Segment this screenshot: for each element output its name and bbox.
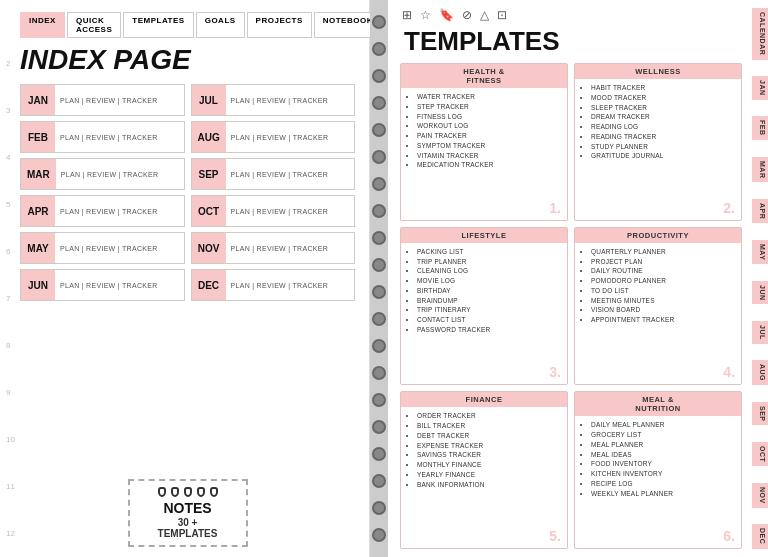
tab-templates[interactable]: TEMPLATES [123, 12, 193, 38]
month-jun-text: PLAN | REVIEW | TRACKER [55, 282, 163, 289]
side-tab-sep[interactable]: SEP [752, 402, 768, 426]
spiral-ring [372, 285, 386, 299]
spiral-ring [372, 231, 386, 245]
index-page-title: INDEX PAGE [20, 46, 355, 74]
card-health-fitness-items: WATER TRACKER STEP TRACKER FITNESS LOG W… [407, 92, 561, 170]
side-tab-oct[interactable]: OCT [752, 442, 768, 466]
notes-templates: TEMPLATES [140, 528, 236, 539]
month-sep-label: SEP [192, 159, 226, 189]
card-meal-nutrition-items: DAILY MEAL PLANNER GROCERY LIST MEAL PLA… [581, 420, 735, 498]
notes-title: NOTES [140, 500, 236, 517]
month-aug-text: PLAN | REVIEW | TRACKER [226, 134, 334, 141]
month-apr[interactable]: APR PLAN | REVIEW | TRACKER [20, 195, 185, 227]
side-tab-apr[interactable]: APR [752, 199, 768, 223]
spiral-ring [372, 96, 386, 110]
icon-3: 🔖 [439, 8, 454, 22]
spiral-ring [372, 15, 386, 29]
top-nav: INDEX QUICK ACCESS TEMPLATES GOALS PROJE… [20, 12, 355, 38]
card-meal-nutrition: MEAL &NUTRITION DAILY MEAL PLANNER GROCE… [574, 391, 742, 549]
spiral-ring [372, 339, 386, 353]
icon-4: ⊘ [462, 8, 472, 22]
month-feb-label: FEB [21, 122, 55, 152]
side-tab-feb[interactable]: FEB [752, 116, 768, 140]
month-dec[interactable]: DEC PLAN | REVIEW | TRACKER [191, 269, 356, 301]
side-tab-aug[interactable]: AUG [752, 360, 768, 385]
month-row-6: JUN PLAN | REVIEW | TRACKER DEC PLAN | R… [20, 269, 355, 301]
side-tab-jan[interactable]: JAN [752, 76, 768, 100]
spiral-ring [372, 42, 386, 56]
side-tab-calendar[interactable]: CALENDAR [752, 8, 768, 59]
month-row-2: FEB PLAN | REVIEW | TRACKER AUG PLAN | R… [20, 121, 355, 153]
spiral-ring [372, 312, 386, 326]
month-mar-label: MAR [21, 159, 56, 189]
tab-projects[interactable]: PROJECTS [247, 12, 312, 38]
card-finance-header: FINANCE [401, 392, 567, 407]
month-jun[interactable]: JUN PLAN | REVIEW | TRACKER [20, 269, 185, 301]
spiral-ring [372, 528, 386, 542]
card-productivity-header: PRODUCTIVITY [575, 228, 741, 243]
spiral-ring [372, 393, 386, 407]
side-tab-jun[interactable]: JUN [752, 281, 768, 305]
month-row-5: MAY PLAN | REVIEW | TRACKER NOV PLAN | R… [20, 232, 355, 264]
ring-1 [158, 487, 166, 497]
card-meal-nutrition-header: MEAL &NUTRITION [575, 392, 741, 416]
card-productivity-items: QUARTERLY PLANNER PROJECT PLAN DAILY ROU… [581, 247, 735, 325]
notes-section: NOTES 30 + TEMPLATES [20, 479, 355, 547]
card-wellness: WELLNESS HABIT TRACKER MOOD TRACKER SLEE… [574, 63, 742, 221]
tab-index[interactable]: INDEX [20, 12, 65, 38]
month-nov[interactable]: NOV PLAN | REVIEW | TRACKER [191, 232, 356, 264]
month-aug-label: AUG [192, 122, 226, 152]
month-mar-text: PLAN | REVIEW | TRACKER [56, 171, 164, 178]
card-4-number: 4. [723, 364, 735, 380]
templates-title: TEMPLATES [400, 26, 760, 57]
card-lifestyle-header: LIFESTYLE [401, 228, 567, 243]
spiral-ring [372, 150, 386, 164]
side-tab-nov[interactable]: NOV [752, 483, 768, 508]
spiral-ring [372, 474, 386, 488]
spiral-ring [372, 177, 386, 191]
ring-3 [184, 487, 192, 497]
icon-5: △ [480, 8, 489, 22]
spiral-ring [372, 123, 386, 137]
month-jan-label: JAN [21, 85, 55, 115]
month-may[interactable]: MAY PLAN | REVIEW | TRACKER [20, 232, 185, 264]
side-tab-mar[interactable]: MAR [752, 157, 768, 182]
month-aug[interactable]: AUG PLAN | REVIEW | TRACKER [191, 121, 356, 153]
spiral-binding [370, 0, 388, 557]
card-wellness-header: WELLNESS [575, 64, 741, 79]
month-sep[interactable]: SEP PLAN | REVIEW | TRACKER [191, 158, 356, 190]
side-tab-jul[interactable]: JUL [752, 321, 768, 344]
month-dec-text: PLAN | REVIEW | TRACKER [226, 282, 334, 289]
spiral-ring [372, 447, 386, 461]
notes-subtitle: 30 + [140, 517, 236, 528]
month-jun-label: JUN [21, 270, 55, 300]
side-tab-may[interactable]: MAY [752, 240, 768, 264]
tab-goals[interactable]: GOALS [196, 12, 245, 38]
month-row-1: JAN PLAN | REVIEW | TRACKER JUL PLAN | R… [20, 84, 355, 116]
card-6-number: 6. [723, 528, 735, 544]
card-5-number: 5. [549, 528, 561, 544]
card-finance-items: ORDER TRACKER BILL TRACKER DEBT TRACKER … [407, 411, 561, 489]
month-jul[interactable]: JUL PLAN | REVIEW | TRACKER [191, 84, 356, 116]
month-feb[interactable]: FEB PLAN | REVIEW | TRACKER [20, 121, 185, 153]
notes-rings [140, 487, 236, 497]
ring-4 [197, 487, 205, 497]
month-mar[interactable]: MAR PLAN | REVIEW | TRACKER [20, 158, 185, 190]
month-oct[interactable]: OCT PLAN | REVIEW | TRACKER [191, 195, 356, 227]
side-tab-dec[interactable]: DEC [752, 524, 768, 548]
month-grid: JAN PLAN | REVIEW | TRACKER JUL PLAN | R… [20, 84, 355, 471]
month-may-label: MAY [21, 233, 55, 263]
tab-quick-access[interactable]: QUICK ACCESS [67, 12, 121, 38]
card-wellness-items: HABIT TRACKER MOOD TRACKER SLEEP TRACKER… [581, 83, 735, 161]
month-apr-text: PLAN | REVIEW | TRACKER [55, 208, 163, 215]
month-jan[interactable]: JAN PLAN | REVIEW | TRACKER [20, 84, 185, 116]
spiral-ring [372, 366, 386, 380]
card-1-number: 1. [549, 200, 561, 216]
spiral-ring [372, 420, 386, 434]
card-lifestyle: LIFESTYLE PACKING LIST TRIP PLANNER CLEA… [400, 227, 568, 386]
icon-row: ⊞ ☆ 🔖 ⊘ △ ⊡ [400, 8, 760, 22]
card-lifestyle-items: PACKING LIST TRIP PLANNER CLEANING LOG M… [407, 247, 561, 335]
month-jul-label: JUL [192, 85, 226, 115]
spiral-ring [372, 69, 386, 83]
month-feb-text: PLAN | REVIEW | TRACKER [55, 134, 163, 141]
